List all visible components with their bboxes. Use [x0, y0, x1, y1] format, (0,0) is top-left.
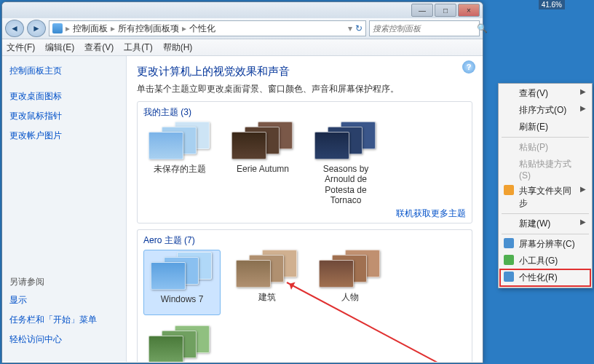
- menu-file[interactable]: 文件(F): [7, 41, 35, 54]
- search-box[interactable]: 🔍: [369, 20, 480, 36]
- help-icon[interactable]: ?: [462, 60, 475, 74]
- context-menu-item[interactable]: 屏幕分辨率(C): [500, 236, 590, 253]
- menu-item-icon: [504, 238, 514, 248]
- page-subtitle: 单击某个主题立即更改桌面背景、窗口颜色、声音和屏幕保护程序。: [137, 83, 472, 95]
- navigation-bar: ◄ ► ▸ 控制面板 ▸ 所有控制面板项 ▸ 个性化 ▾ ↻ 🔍: [2, 18, 483, 39]
- menu-tools[interactable]: 工具(T): [124, 41, 152, 54]
- breadcrumb-item[interactable]: 个性化: [189, 23, 215, 35]
- theme-name: Seasons by Arnould de Potesta de Tornaco: [309, 164, 382, 206]
- theme-name: 人物: [314, 292, 387, 311]
- more-themes-link[interactable]: 联机获取更多主题: [143, 207, 466, 220]
- desktop-context-menu: 查看(V)▶排序方式(O)▶刷新(E)粘贴(P)粘贴快捷方式(S)共享文件夹同步…: [498, 83, 593, 288]
- menu-bar: 文件(F) 编辑(E) 查看(V) 工具(T) 帮助(H): [2, 39, 483, 56]
- see-also-label: 另请参阅: [9, 276, 119, 288]
- theme-name: Eerie Autumn: [226, 164, 299, 183]
- context-menu-item[interactable]: 新建(W)▶: [500, 215, 590, 232]
- search-icon[interactable]: 🔍: [477, 23, 488, 33]
- context-menu-item[interactable]: 小工具(G): [500, 253, 590, 269]
- menu-edit[interactable]: 编辑(E): [45, 41, 74, 54]
- maximize-button[interactable]: □: [435, 4, 456, 17]
- aero-themes-group: Aero 主题 (7) Windows 7 建筑 人物: [137, 229, 472, 362]
- theme-item[interactable]: 未保存的主题: [143, 122, 216, 206]
- sidebar-see-link[interactable]: 显示: [9, 294, 119, 306]
- menu-item-icon: [504, 255, 514, 265]
- menu-item-label: 共享文件夹同步: [519, 186, 571, 208]
- forward-button[interactable]: ►: [27, 20, 46, 37]
- context-menu-item[interactable]: 排序方式(O)▶: [500, 102, 590, 119]
- theme-item[interactable]: 人物: [314, 250, 387, 315]
- menu-separator: [502, 234, 589, 234]
- back-button[interactable]: ◄: [5, 20, 24, 37]
- refresh-icon[interactable]: ↻: [355, 23, 363, 33]
- sidebar: 控制面板主页 更改桌面图标 更改鼠标指针 更改帐户图片 另请参阅 显示 任务栏和…: [2, 56, 127, 362]
- menu-item-label: 查看(V): [519, 88, 548, 98]
- my-themes-header: 我的主题 (3): [143, 106, 466, 119]
- context-menu-item[interactable]: 共享文件夹同步▶: [500, 183, 590, 212]
- menu-item-label: 小工具(G): [519, 256, 558, 266]
- menu-item-label: 屏幕分辨率(C): [519, 239, 575, 249]
- theme-item[interactable]: Windows 7: [143, 250, 221, 315]
- theme-item[interactable]: 建筑: [231, 250, 304, 315]
- breadcrumb-item[interactable]: 所有控制面板项: [118, 23, 179, 35]
- theme-item[interactable]: 风景: [143, 325, 216, 362]
- context-menu-item[interactable]: 查看(V)▶: [500, 85, 590, 102]
- titlebar[interactable]: — □ ×: [2, 2, 483, 18]
- search-input[interactable]: [370, 24, 477, 33]
- menu-separator: [502, 137, 589, 138]
- menu-help[interactable]: 帮助(H): [163, 41, 193, 54]
- my-themes-group: 我的主题 (3) 未保存的主题 Eerie Autumn Seasons by …: [137, 101, 472, 223]
- breadcrumb-item[interactable]: 控制面板: [73, 23, 108, 35]
- address-bar[interactable]: ▸ 控制面板 ▸ 所有控制面板项 ▸ 个性化 ▾ ↻: [49, 20, 366, 36]
- menu-item-label: 刷新(E): [519, 122, 548, 132]
- submenu-arrow-icon: ▶: [580, 185, 586, 193]
- percentage-badge: 41.6%: [539, 0, 565, 9]
- sidebar-link[interactable]: 更改帐户图片: [9, 130, 119, 142]
- minimize-button[interactable]: —: [411, 4, 433, 17]
- menu-item-label: 粘贴快捷方式(S): [519, 159, 571, 181]
- menu-item-label: 排序方式(O): [519, 105, 566, 115]
- sidebar-see-link[interactable]: 轻松访问中心: [9, 333, 119, 346]
- submenu-arrow-icon: ▶: [580, 218, 586, 226]
- aero-themes-header: Aero 主题 (7): [143, 234, 466, 247]
- menu-view[interactable]: 查看(V): [84, 41, 114, 54]
- menu-separator: [502, 213, 589, 214]
- menu-item-label: 个性化(R): [519, 272, 558, 282]
- context-menu-item: 粘贴(P): [500, 139, 590, 156]
- theme-name: 未保存的主题: [143, 164, 216, 183]
- theme-item[interactable]: Eerie Autumn: [226, 122, 299, 206]
- theme-name: Windows 7: [146, 294, 218, 313]
- dropdown-icon[interactable]: ▾: [348, 23, 352, 33]
- control-panel-window: — □ × ◄ ► ▸ 控制面板 ▸ 所有控制面板项 ▸ 个性化 ▾ ↻ 🔍 文…: [1, 1, 483, 363]
- sidebar-link[interactable]: 更改桌面图标: [9, 90, 119, 103]
- context-menu-item[interactable]: 刷新(E): [500, 119, 590, 135]
- context-menu-item[interactable]: 个性化(R): [500, 269, 590, 286]
- menu-item-icon: [504, 272, 514, 282]
- sidebar-link[interactable]: 更改鼠标指针: [9, 110, 119, 122]
- page-title: 更改计算机上的视觉效果和声音: [137, 65, 472, 79]
- menu-item-label: 粘贴(P): [519, 142, 548, 152]
- theme-name: 建筑: [231, 292, 304, 311]
- menu-item-icon: [504, 185, 514, 195]
- control-panel-icon: [52, 23, 63, 33]
- sidebar-home[interactable]: 控制面板主页: [9, 65, 119, 77]
- submenu-arrow-icon: ▶: [580, 87, 586, 95]
- menu-item-label: 新建(W): [519, 218, 550, 229]
- context-menu-item: 粘贴快捷方式(S): [500, 156, 590, 183]
- submenu-arrow-icon: ▶: [580, 104, 586, 112]
- theme-item[interactable]: Seasons by Arnould de Potesta de Tornaco: [309, 122, 382, 206]
- close-button[interactable]: ×: [458, 4, 480, 17]
- content-area: ? 更改计算机上的视觉效果和声音 单击某个主题立即更改桌面背景、窗口颜色、声音和…: [127, 56, 483, 362]
- sidebar-see-link[interactable]: 任务栏和「开始」菜单: [9, 314, 119, 326]
